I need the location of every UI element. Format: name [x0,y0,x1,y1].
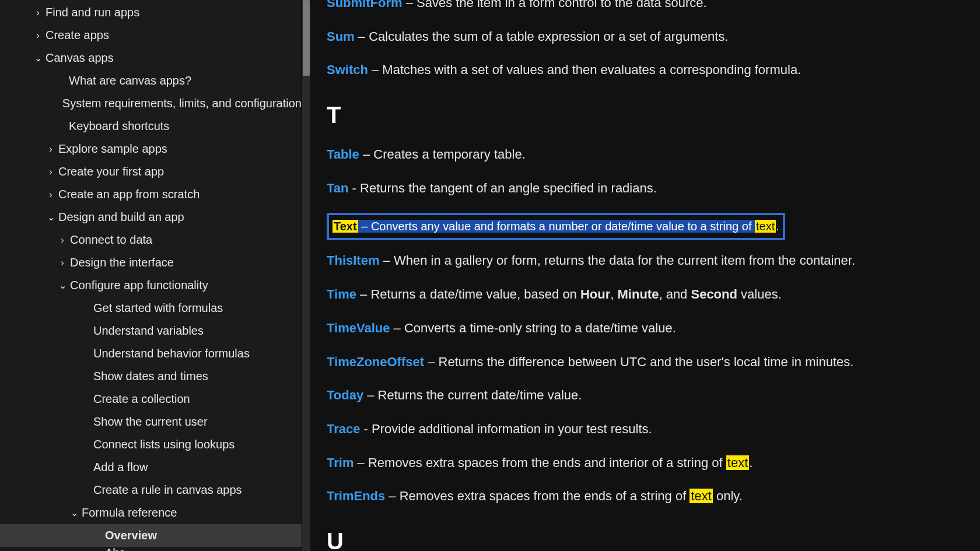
nav-item-create-an-app-from-scratch[interactable]: ›Create an app from scratch [0,183,302,206]
nav-label: Create an app from scratch [58,188,200,201]
fn-switch: Switch – Matches with a set of values an… [327,61,968,79]
fn-table: Table – Creates a temporary table. [327,146,968,163]
nav-label: Add a flow [93,461,148,474]
section-heading-u: U [327,528,968,551]
fn-link-trace[interactable]: Trace [327,422,360,436]
fn-timevalue: TimeValue – Converts a time-only string … [327,320,968,337]
chevron-right-icon: › [34,8,42,18]
fn-link-thisitem[interactable]: ThisItem [327,253,379,268]
nav-item-design-and-build-an-app[interactable]: ⌄Design and build an app [0,206,302,229]
chevron-down-icon: ⌄ [70,507,78,518]
nav-label: Get started with formulas [93,301,223,315]
nav-item-show-dates-and-times[interactable]: Show dates and times [0,365,302,388]
chevron-right-icon: › [58,258,66,268]
bold-minute: Minute [618,287,659,301]
nav-item-design-the-interface[interactable]: ›Design the interface [0,251,302,274]
nav-item-create-your-first-app[interactable]: ›Create your first app [0,160,302,183]
nav-label: Create apps [46,29,109,42]
nav-label: Connect to data [70,233,152,247]
nav-item-create-apps[interactable]: ›Create apps [0,24,302,47]
fn-desc: – Returns the difference between UTC and… [424,355,853,369]
nav-label: System requirements, limits, and configu… [62,97,302,110]
fn-trace: Trace - Provide additional information i… [327,420,968,438]
nav-item-what-are-canvas-apps[interactable]: What are canvas apps? [0,69,302,92]
fn-desc: – Calculates the sum of a table expressi… [355,29,729,44]
nav-item-show-the-current-user[interactable]: Show the current user [0,410,302,433]
doc-content: SubmitForm – Saves the item in a form co… [327,0,968,551]
fn-time: Time – Returns a date/time value, based … [327,286,968,303]
fn-desc: – Returns a date/time value, based on [356,287,580,301]
fn-desc: – Removes extra spaces from the ends and… [354,455,726,470]
chevron-right-icon: › [58,235,66,245]
nav-label: Show dates and times [93,370,208,383]
nav-label: Understand variables [93,324,204,338]
nav-item-create-a-collection[interactable]: Create a collection [0,388,302,410]
nav-label: Abs [105,546,125,552]
nav-item-canvas-apps[interactable]: ⌄Canvas apps [0,47,302,69]
fn-link-sum[interactable]: Sum [327,29,355,44]
nav-label: Show the current user [93,415,208,429]
fn-trim: Trim – Removes extra spaces from the end… [327,454,968,472]
fn-link-time[interactable]: Time [327,287,356,301]
fn-link-trim[interactable]: Trim [327,455,354,470]
nav-item-explore-sample-apps[interactable]: ›Explore sample apps [0,138,302,160]
fn-submitform: SubmitForm – Saves the item in a form co… [327,0,968,12]
nav-label: Create a collection [93,392,190,406]
nav-label: Formula reference [82,506,177,520]
nav-label: Keyboard shortcuts [69,120,169,133]
fn-link-submitform[interactable]: SubmitForm [327,0,402,10]
nav-item-find-and-run-apps[interactable]: ›Find and run apps [0,1,302,24]
nav-label: Overview [105,529,157,542]
nav-item-system-requirements-limits-and-configuration[interactable]: System requirements, limits, and configu… [0,92,302,115]
fn-link-switch[interactable]: Switch [327,62,368,77]
nav-item-add-a-flow[interactable]: Add a flow [0,456,302,479]
highlight-text: text [690,489,712,503]
fn-desc: – When in a gallery or form, returns the… [379,253,855,268]
fn-link-today[interactable]: Today [327,388,363,402]
fn-desc: – Removes extra spaces from the ends of … [385,489,690,503]
chevron-down-icon: ⌄ [47,212,55,223]
bold-second: Second [691,287,737,301]
chevron-right-icon: › [47,167,55,177]
nav-item-formula-reference[interactable]: ⌄Formula reference [0,501,302,524]
fn-desc: – Creates a temporary table. [359,147,526,162]
nav-label: Understand behavior formulas [93,347,250,360]
section-heading-t: T [327,102,968,128]
nav-item-configure-app-functionality[interactable]: ⌄Configure app functionality [0,274,302,297]
scrollbar-thumb[interactable] [303,0,310,76]
chevron-down-icon: ⌄ [34,52,42,64]
nav-item-overview[interactable]: Overview [0,524,302,547]
nav-item-connect-lists-using-lookups[interactable]: Connect lists using lookups [0,433,302,456]
chevron-right-icon: › [34,30,42,41]
nav-item-connect-to-data[interactable]: ›Connect to data [0,229,302,251]
nav-item-abs[interactable]: Abs [0,547,302,551]
sidebar-scrollbar[interactable] [302,0,310,551]
nav-label: Configure app functionality [70,279,208,292]
fn-link-tan[interactable]: Tan [327,181,348,195]
fn-link-timevalue[interactable]: TimeValue [327,321,390,335]
nav-item-keyboard-shortcuts[interactable]: Keyboard shortcuts [0,115,302,138]
fn-tan: Tan - Returns the tangent of an angle sp… [327,180,968,197]
fn-desc-selected: – Converts any value and formats a numbe… [358,220,755,233]
nav-item-understand-variables[interactable]: Understand variables [0,320,302,342]
nav-item-get-started-with-formulas[interactable]: Get started with formulas [0,297,302,320]
fn-desc: – Matches with a set of values and then … [368,62,801,77]
fn-desc: - Provide additional information in your… [360,422,652,436]
fn-link-trimends[interactable]: TrimEnds [327,489,385,503]
fn-desc: – Returns the current date/time value. [363,388,582,402]
fn-desc-tail: . [776,220,779,233]
nav-label: Explore sample apps [58,142,167,156]
fn-link-timezoneoffset[interactable]: TimeZoneOffset [327,355,424,369]
nav-sidebar: ›Find and run apps›Create apps⌄Canvas ap… [0,0,302,551]
find-result-active: Text – Converts any value and formats a … [327,213,785,240]
fn-link-text[interactable]: Text [332,220,358,233]
chevron-right-icon: › [47,189,55,200]
nav-item-understand-behavior-formulas[interactable]: Understand behavior formulas [0,342,302,365]
highlight-text: text [755,220,776,233]
fn-link-table[interactable]: Table [327,147,359,162]
nav-label: Create your first app [58,165,164,178]
nav-item-create-a-rule-in-canvas-apps[interactable]: Create a rule in canvas apps [0,479,302,501]
fn-desc: – Saves the item in a form control to th… [402,0,707,10]
nav-label: Canvas apps [46,51,114,65]
chevron-down-icon: ⌄ [58,280,66,291]
